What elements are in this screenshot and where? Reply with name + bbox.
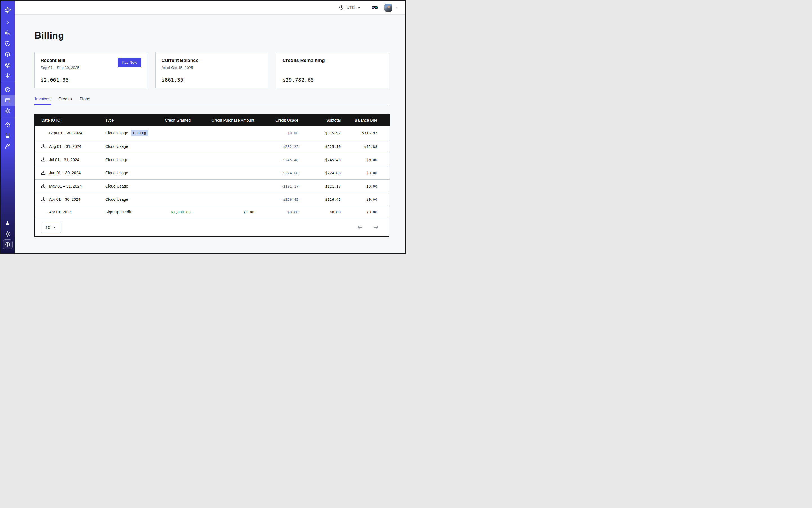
sidebar-item-support[interactable] [1, 119, 15, 130]
chevron-down-icon [357, 6, 361, 9]
invoice-date: Jun 01 – 30, 2024 [49, 171, 81, 175]
credit-granted [162, 193, 194, 206]
subtotal: $224.68 [302, 166, 344, 180]
col-header-credit-purchase: Credit Purchase Amount [194, 114, 258, 126]
credit-usage: $0.00 [258, 206, 302, 218]
invoice-date: Apr 01, 2024 [49, 210, 72, 214]
tab-plans[interactable]: Plans [79, 96, 91, 105]
invoice-type: Cloud Usage [105, 171, 128, 175]
col-header-balance-due: Balance Due [344, 114, 390, 126]
subtotal: $245.48 [302, 153, 344, 166]
download-invoice-button[interactable] [41, 183, 46, 189]
gauge-icon [4, 86, 11, 93]
app-window: UTC Billing [0, 0, 406, 254]
next-page-button[interactable] [373, 224, 379, 230]
balance-due: $0.00 [344, 166, 390, 180]
credits-remaining-card: Credits Remaining $29,782.65 [276, 52, 389, 88]
sidebar-item-labs[interactable] [1, 218, 15, 229]
sidebar-item-layers[interactable] [1, 49, 15, 60]
page-size-select[interactable]: 10 [41, 222, 61, 233]
credit-granted [162, 166, 194, 180]
card-title: Current Balance [162, 58, 262, 64]
download-invoice-button[interactable] [41, 197, 46, 202]
pagination-controls [357, 224, 379, 230]
table-footer: 10 [35, 218, 389, 236]
current-balance-card: Current Balance As of Oct 15, 2025 $861.… [156, 52, 268, 88]
asterisk-icon [4, 73, 11, 79]
credit-purchase [194, 140, 258, 153]
pay-now-button[interactable]: Pay Now [118, 58, 141, 67]
invoice-date: Sept 01 – 30, 2024 [49, 131, 82, 135]
sidebar [1, 1, 15, 253]
sidebar-item-billing[interactable] [1, 95, 15, 105]
download-invoice-button[interactable] [41, 170, 46, 176]
chevron-right-icon [5, 19, 10, 25]
tab-invoices[interactable]: Invoices [34, 96, 51, 105]
sidebar-divider [1, 118, 15, 118]
sidebar-collapse-toggle[interactable] [1, 17, 15, 28]
invoice-type: Cloud Usage [105, 197, 128, 202]
download-invoice-button[interactable] [41, 157, 46, 163]
timezone-selector[interactable]: UTC [339, 5, 361, 10]
col-header-date: Date (UTC) [35, 114, 105, 126]
recent-bill-card: Recent Bill Sep 01 – Sep 30, 2025 $2,061… [34, 52, 147, 88]
credit-purchase: $0.00 [194, 206, 258, 218]
table-row: Sept 01 – 30, 2024 Cloud UsagePending $0… [35, 126, 390, 140]
sidebar-item-cube[interactable] [1, 60, 15, 71]
table-row: Apr 01 – 30, 2024 Cloud Usage -$126.45 $… [35, 193, 390, 206]
table-row: Jul 01 – 31, 2024 Cloud Usage -$245.48 $… [35, 153, 390, 166]
invoice-type: Cloud Usage [105, 144, 128, 149]
glasses-icon [371, 4, 378, 11]
sidebar-item-theme[interactable] [1, 229, 15, 239]
invoice-type: Sign Up Credit [105, 210, 131, 214]
download-icon [41, 183, 46, 189]
invoice-date: Apr 01 – 30, 2024 [49, 197, 80, 202]
credit-granted: $1,000.00 [162, 206, 194, 218]
status-badge: Pending [131, 130, 148, 136]
invoices-table: Date (UTC) Type Credit Granted Credit Pu… [35, 114, 390, 218]
main-area: UTC Billing [15, 1, 405, 253]
page-title: Billing [34, 30, 389, 41]
balance-due: $0.00 [344, 153, 390, 166]
sidebar-item-getting-started[interactable] [1, 141, 15, 152]
rocket-icon [4, 143, 11, 149]
credit-usage: -$126.45 [258, 193, 302, 206]
balance-due: $0.00 [344, 180, 390, 193]
docs-book-icon [4, 132, 11, 138]
credit-purchase [194, 180, 258, 193]
col-header-type: Type [105, 114, 162, 126]
brightness-sun-icon [4, 231, 11, 237]
download-icon [41, 143, 46, 149]
col-header-credit-granted: Credit Granted [162, 114, 194, 126]
scan-icon [4, 30, 11, 36]
billing-tabs: Invoices Credits Plans [34, 96, 389, 105]
avatar[interactable] [384, 4, 392, 11]
logo[interactable] [1, 4, 15, 16]
credit-usage: -$245.48 [258, 153, 302, 166]
download-icon [41, 170, 46, 176]
credit-granted [162, 126, 194, 140]
sidebar-item-credits[interactable] [3, 239, 13, 250]
col-header-subtotal: Subtotal [302, 114, 344, 126]
view-mode-toggle[interactable] [371, 4, 378, 11]
helm-icon [4, 122, 11, 128]
invoice-type: Cloud Usage [105, 131, 128, 135]
credit-granted [162, 140, 194, 153]
credits-remaining-amount: $29,782.65 [283, 77, 314, 83]
sidebar-item-settings[interactable] [1, 105, 15, 116]
arrow-left-icon [357, 224, 363, 230]
sidebar-item-usage[interactable] [1, 84, 15, 95]
sidebar-item-docs[interactable] [1, 130, 15, 141]
sidebar-item-history[interactable] [1, 38, 15, 49]
credit-purchase [194, 153, 258, 166]
sidebar-item-scan[interactable] [1, 28, 15, 38]
sidebar-item-services[interactable] [1, 71, 15, 81]
prev-page-button[interactable] [357, 224, 363, 230]
tab-credits[interactable]: Credits [58, 96, 72, 105]
account-menu-toggle[interactable] [395, 6, 399, 9]
arrow-right-icon [373, 224, 379, 230]
credit-purchase [194, 193, 258, 206]
download-invoice-button[interactable] [41, 143, 46, 149]
invoice-type: Cloud Usage [105, 158, 128, 162]
timezone-label: UTC [346, 5, 355, 10]
